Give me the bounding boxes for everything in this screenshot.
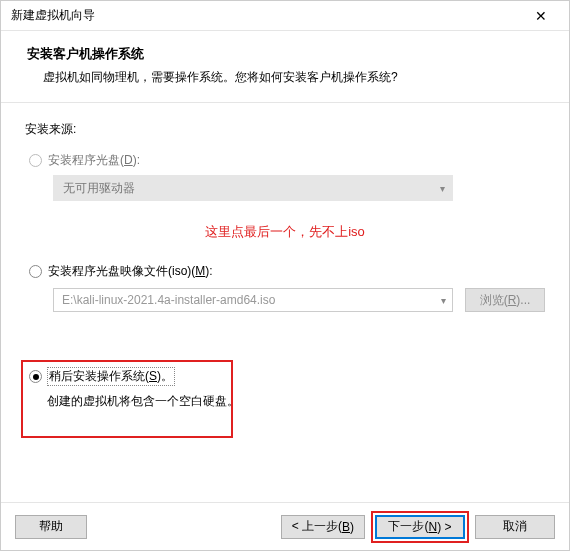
option-install-later-group: 稍后安装操作系统(S)。 创建的虚拟机将包含一个空白硬盘。 — [25, 368, 545, 410]
annotation-highlight-box: 下一步(N) > — [371, 511, 469, 543]
iso-path-row: E:\kali-linux-2021.4a-installer-amd64.is… — [53, 288, 545, 312]
page-subtitle: 虚拟机如同物理机，需要操作系统。您将如何安装客户机操作系统? — [27, 69, 543, 86]
titlebar: 新建虚拟机向导 ✕ — [1, 1, 569, 31]
drive-select: 无可用驱动器 ▾ — [53, 175, 453, 201]
radio-icon — [29, 370, 42, 383]
wizard-window: 新建虚拟机向导 ✕ 安装客户机操作系统 虚拟机如同物理机，需要操作系统。您将如何… — [0, 0, 570, 551]
help-button[interactable]: 帮助 — [15, 515, 87, 539]
option-label: 稍后安装操作系统(S)。 — [48, 368, 174, 385]
close-icon[interactable]: ✕ — [521, 8, 561, 24]
option-install-later[interactable]: 稍后安装操作系统(S)。 — [29, 368, 545, 385]
drive-select-value: 无可用驱动器 — [63, 180, 135, 197]
wizard-footer: 帮助 < 上一步(B) 下一步(N) > 取消 — [1, 502, 569, 550]
source-label: 安装来源: — [25, 121, 545, 138]
back-button[interactable]: < 上一步(B) — [281, 515, 365, 539]
wizard-header: 安装客户机操作系统 虚拟机如同物理机，需要操作系统。您将如何安装客户机操作系统? — [1, 31, 569, 103]
chevron-down-icon: ▾ — [441, 295, 446, 306]
cancel-button[interactable]: 取消 — [475, 515, 555, 539]
radio-icon — [29, 265, 42, 278]
window-title: 新建虚拟机向导 — [11, 7, 521, 24]
option-install-later-desc: 创建的虚拟机将包含一个空白硬盘。 — [47, 393, 545, 410]
chevron-down-icon: ▾ — [440, 183, 445, 194]
option-label: 安装程序光盘映像文件(iso)(M): — [48, 263, 213, 280]
iso-path-input: E:\kali-linux-2021.4a-installer-amd64.is… — [53, 288, 453, 312]
browse-button: 浏览(R)... — [465, 288, 545, 312]
page-title: 安装客户机操作系统 — [27, 45, 543, 63]
content-area: 安装来源: 安装程序光盘(D): 无可用驱动器 ▾ 这里点最后一个，先不上iso… — [1, 103, 569, 502]
option-installer-disc: 安装程序光盘(D): — [29, 152, 545, 169]
annotation-text: 这里点最后一个，先不上iso — [25, 223, 545, 241]
radio-icon — [29, 154, 42, 167]
option-iso-file[interactable]: 安装程序光盘映像文件(iso)(M): — [29, 263, 545, 280]
option-label: 安装程序光盘(D): — [48, 152, 140, 169]
next-button[interactable]: 下一步(N) > — [375, 515, 465, 539]
